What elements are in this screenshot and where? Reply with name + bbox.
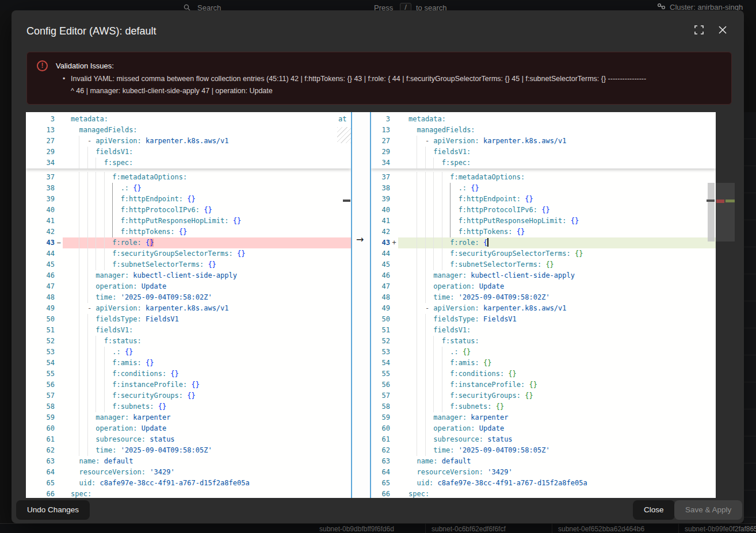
minimap-slider[interactable]	[716, 183, 735, 241]
cluster-selector[interactable]: Cluster: anirban-singh	[670, 3, 743, 10]
code-line[interactable]: 57 f:securityGroups: {}	[26, 390, 351, 401]
code-line[interactable]: 47 operation: Update	[371, 281, 716, 292]
vertical-scrollbar-thumb[interactable]	[708, 183, 715, 241]
code-lines[interactable]: 37 f:metadataOptions:38 .: {}39 f:httpEn…	[371, 172, 716, 498]
sticky-line[interactable]: 3metadata:	[26, 114, 351, 125]
code-line[interactable]: 54 f:amis: {}	[371, 358, 716, 369]
code-line[interactable]: 62 time: '2025-09-04T09:58:05Z'	[371, 445, 716, 456]
sticky-line[interactable]: 34 f:spec:	[26, 158, 351, 168]
sticky-line[interactable]: 13 managedFields:	[26, 125, 351, 136]
code-line[interactable]: 62 time: '2025-09-04T09:58:05Z'	[26, 445, 351, 456]
code-line[interactable]: 44 f:securityGroupSelectorTerms: {}	[26, 248, 351, 259]
code-line[interactable]: 61 subresource: status	[371, 434, 716, 445]
code-line[interactable]: 37 f:metadataOptions:	[26, 172, 351, 183]
sticky-line[interactable]: 27 - apiVersion: karpenter.k8s.aws/v1	[26, 136, 351, 147]
code-line[interactable]: 50 fieldsType: FieldsV1	[26, 314, 351, 325]
code-line[interactable]: 39 f:httpEndpoint: {}	[26, 194, 351, 205]
diff-original-pane[interactable]: 3metadata:13 managedFields:27 - apiVersi…	[26, 112, 351, 498]
code-line[interactable]: 60 operation: Update	[26, 423, 351, 434]
code-line[interactable]: 65 uid: c8afe97e-38cc-4f91-a767-d15f2a8f…	[26, 478, 351, 489]
diff-sign-empty	[390, 325, 398, 336]
code-line[interactable]: 38 .: {}	[371, 183, 716, 194]
code-line[interactable]: 65 uid: c8afe97e-38cc-4f91-a767-d15f2a8f…	[371, 478, 716, 489]
code-line[interactable]: 38 .: {}	[26, 183, 351, 194]
sticky-line[interactable]: 13 managedFields:	[371, 125, 716, 136]
code-line[interactable]: 52 f:status:	[26, 336, 351, 347]
code-text: f:metadataOptions:	[63, 172, 351, 183]
sticky-line[interactable]: 3metadata:	[371, 114, 716, 125]
diff-sign-empty	[390, 336, 398, 347]
code-line[interactable]: 49 - apiVersion: karpenter.k8s.aws/v1	[371, 303, 716, 314]
code-line[interactable]: 58 f:subnets: {}	[371, 401, 716, 412]
code-line[interactable]: 46 manager: kubectl-client-side-apply	[371, 270, 716, 281]
undo-changes-button[interactable]: Undo Changes	[16, 500, 90, 520]
code-line[interactable]: 42 f:httpTokens: {}	[26, 227, 351, 237]
diff-modified-pane[interactable]: 3metadata:13 managedFields:27 - apiVersi…	[371, 112, 716, 498]
diff-sign-empty	[390, 401, 398, 412]
code-text: f:httpEndpoint: {}	[398, 194, 716, 205]
code-line[interactable]: 55 f:conditions: {}	[371, 369, 716, 379]
code-line[interactable]: 54 f:amis: {}	[26, 358, 351, 369]
table-cell: subnet-0b9dbfbff9f6fd6d	[314, 524, 426, 533]
sticky-line[interactable]: 27 - apiVersion: karpenter.k8s.aws/v1	[371, 136, 716, 147]
code-line[interactable]: 52 f:status:	[371, 336, 716, 347]
code-line[interactable]: 42 f:httpTokens: {}	[371, 227, 716, 237]
line-number: 64	[371, 467, 390, 478]
code-line[interactable]: 48 time: '2025-09-04T09:58:02Z'	[26, 292, 351, 303]
code-line[interactable]: 56 f:instanceProfile: {}	[26, 379, 351, 390]
code-line[interactable]: 41 f:httpPutResponseHopLimit: {}	[26, 216, 351, 227]
search-input[interactable]: Search	[197, 3, 221, 10]
close-button[interactable]: Close	[633, 500, 675, 520]
code-line[interactable]: 50 fieldsType: FieldsV1	[371, 314, 716, 325]
code-text: manager: karpenter	[398, 412, 716, 423]
code-line[interactable]: 48 time: '2025-09-04T09:58:02Z'	[371, 292, 716, 303]
code-text: manager: kubectl-client-side-apply	[63, 270, 351, 281]
code-line[interactable]: 59 manager: karpenter	[26, 412, 351, 423]
fullscreen-icon[interactable]	[694, 25, 705, 36]
code-line[interactable]: 53 .: {}	[26, 347, 351, 358]
code-line[interactable]: 53 .: {}	[371, 347, 716, 358]
code-line[interactable]: 37 f:metadataOptions:	[371, 172, 716, 183]
code-line[interactable]: 40 f:httpProtocolIPv6: {}	[371, 205, 716, 216]
sticky-line[interactable]: 29 fieldsV1:	[26, 147, 351, 158]
table-cell: subnet-0c6bf62edf6f6fcf	[426, 524, 552, 533]
code-text: f:subnets: {}	[398, 401, 716, 412]
code-line[interactable]: 59 manager: karpenter	[371, 412, 716, 423]
sticky-scroll-header[interactable]: 3metadata:13 managedFields:27 - apiVersi…	[26, 112, 351, 168]
code-line[interactable]: 60 operation: Update	[371, 423, 716, 434]
code-line[interactable]: 63 name: default	[26, 456, 351, 467]
code-text: uid: c8afe97e-38cc-4f91-a767-d15f2a8fe05…	[398, 478, 716, 489]
code-line[interactable]: 40 f:httpProtocolIPv6: {}	[26, 205, 351, 216]
code-line[interactable]: 66spec:	[371, 489, 716, 498]
sticky-scroll-header[interactable]: 3metadata:13 managedFields:27 - apiVersi…	[371, 112, 716, 168]
code-line[interactable]: 64 resourceVersion: '3429'	[26, 467, 351, 478]
code-line[interactable]: 39 f:httpEndpoint: {}	[371, 194, 716, 205]
code-line[interactable]: 41 f:httpPutResponseHopLimit: {}	[371, 216, 716, 227]
code-line[interactable]: 57 f:securityGroups: {}	[371, 390, 716, 401]
code-line[interactable]: 55 f:conditions: {}	[26, 369, 351, 379]
sticky-line[interactable]: 29 fieldsV1:	[371, 147, 716, 158]
code-line[interactable]: 44 f:securityGroupSelectorTerms: {}	[371, 248, 716, 259]
diff-sign-empty	[55, 434, 63, 445]
code-line[interactable]: 49 - apiVersion: karpenter.k8s.aws/v1	[26, 303, 351, 314]
close-icon[interactable]	[717, 25, 729, 36]
code-line[interactable]: 66spec:	[26, 489, 351, 498]
code-line[interactable]: 45 f:subnetSelectorTerms: {}	[371, 259, 716, 270]
code-line[interactable]: 61 subresource: status	[26, 434, 351, 445]
code-text: name: default	[63, 456, 351, 467]
code-line[interactable]: 46 manager: kubectl-client-side-apply	[26, 270, 351, 281]
code-line[interactable]: 64 resourceVersion: '3429'	[371, 467, 716, 478]
revert-change-arrow-icon[interactable]: →	[356, 234, 364, 245]
code-line[interactable]: 51 fieldsV1:	[26, 325, 351, 336]
code-line[interactable]: 45 f:subnetSelectorTerms: {}	[26, 259, 351, 270]
code-line[interactable]: 51 fieldsV1:	[371, 325, 716, 336]
code-line[interactable]: 47 operation: Update	[26, 281, 351, 292]
code-line[interactable]: 58 f:subnets: {}	[26, 401, 351, 412]
save-apply-button[interactable]: Save & Apply	[674, 500, 742, 520]
code-line[interactable]: 56 f:instanceProfile: {}	[371, 379, 716, 390]
sticky-line[interactable]: 34 f:spec:	[371, 158, 716, 168]
code-line[interactable]: 43− f:role: {}	[26, 237, 351, 248]
code-line[interactable]: 63 name: default	[371, 456, 716, 467]
code-line[interactable]: 43+ f:role: {	[371, 237, 716, 248]
code-lines[interactable]: 37 f:metadataOptions:38 .: {}39 f:httpEn…	[26, 172, 351, 498]
